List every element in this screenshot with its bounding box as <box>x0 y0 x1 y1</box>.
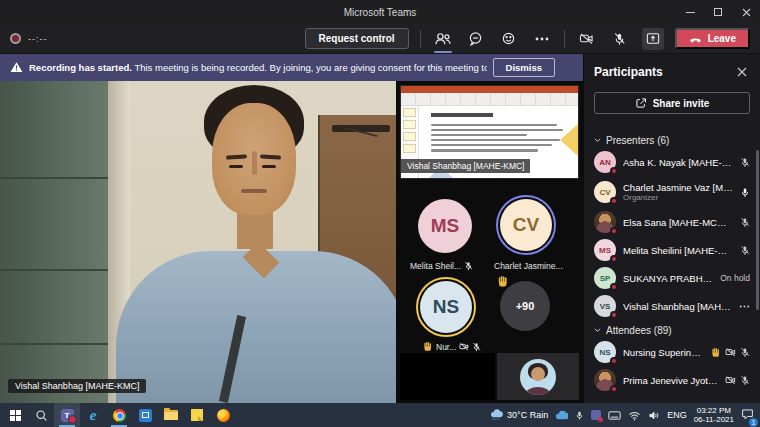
taskbar-firefox-app[interactable] <box>210 403 236 427</box>
avatar-initials: NS <box>599 348 610 357</box>
participant-row-asha[interactable]: AN Asha K. Nayak [MAHE-MCON] <box>594 148 750 176</box>
onedrive-tray-icon[interactable] <box>555 411 568 420</box>
sticky-notes-icon <box>191 409 203 421</box>
taskbar-chrome-app[interactable] <box>106 403 132 427</box>
dismiss-button[interactable]: Dismiss <box>493 58 555 77</box>
share-invite-button[interactable]: Share invite <box>594 92 750 114</box>
participant-row-charlet[interactable]: CV Charlet Jasmine Vaz [MAHE-... Organiz… <box>594 176 750 208</box>
hang-up-icon <box>689 35 702 43</box>
maximize-button[interactable] <box>704 0 732 24</box>
tile-overflow-count[interactable]: +90 <box>500 281 550 331</box>
participant-name: Asha K. Nayak [MAHE-MCON] <box>623 157 733 168</box>
presenters-section-header[interactable]: Presenters (6) <box>594 132 750 148</box>
participant-row-sukanya[interactable]: SP SUKANYA PRABHU - 2105... On hold <box>594 264 750 292</box>
avatar-initials: CV <box>513 214 539 236</box>
participant-row-prima[interactable]: Prima Jenevive Jyothi D'S... <box>594 366 750 394</box>
reactions-button[interactable] <box>498 28 520 50</box>
ppt-slide-thumb <box>403 120 416 129</box>
avatar-initials: MS <box>431 215 460 237</box>
ppt-decor-triangle <box>560 124 578 156</box>
mic-tray-icon[interactable] <box>575 410 584 421</box>
camera-off-icon <box>579 32 594 45</box>
avatar: AN <box>594 151 616 173</box>
participant-row-melita[interactable]: MS Melita Sheilini [MAHE-MCON] <box>594 236 750 264</box>
participants-button[interactable] <box>432 28 454 50</box>
rain-cloud-icon <box>489 409 503 421</box>
more-options-button[interactable] <box>531 28 553 50</box>
avatar: NS <box>594 341 616 363</box>
status-busy-dot <box>610 197 618 205</box>
status-busy-dot <box>610 167 618 175</box>
mic-off-icon <box>740 375 750 386</box>
mic-off-icon <box>740 217 750 228</box>
request-control-button[interactable]: Request control <box>305 28 409 49</box>
taskbar-stickynotes-app[interactable] <box>184 403 210 427</box>
chevron-down-icon <box>594 138 601 143</box>
avatar-initials: MS <box>599 246 611 255</box>
main-speaker-name-tag: Vishal Shanbhag [MAHE-KMC] <box>8 379 146 393</box>
weather-text: 30°C Rain <box>507 410 548 420</box>
keyboard-tray-icon[interactable] <box>608 411 621 420</box>
close-icon <box>742 8 751 17</box>
screen-share-name-tag: Vishal Shanbhag [MAHE-KMC] <box>401 159 530 173</box>
participant-name: Prima Jenevive Jyothi D'S... <box>623 375 718 386</box>
section-label: Presenters (6) <box>606 135 669 146</box>
speaker-mouth <box>241 189 267 193</box>
attendees-section-header[interactable]: Attendees (89) <box>594 322 750 338</box>
ppt-text-line <box>431 139 560 141</box>
weather-widget[interactable]: 30°C Rain <box>489 409 548 421</box>
participant-role: Organizer <box>623 193 733 203</box>
tile-label-nursing: Nur... <box>422 341 481 352</box>
more-icon[interactable] <box>739 305 750 308</box>
taskbar-teams-app[interactable]: T <box>54 403 80 427</box>
share-screen-button[interactable] <box>642 28 664 50</box>
screen-share-thumbnail[interactable]: Vishal Shanbhag [MAHE-KMC] <box>400 85 579 179</box>
camera-toggle-button[interactable] <box>576 28 598 50</box>
participant-row-vishal[interactable]: VS Vishal Shanbhag [MAHE-KMC] <box>594 292 750 320</box>
avatar-initials: CV <box>599 188 610 197</box>
avatar-initials: SP <box>600 274 611 283</box>
ppt-slide-thumb <box>403 132 416 141</box>
close-button[interactable] <box>732 0 760 24</box>
minimize-button[interactable] <box>676 0 704 24</box>
ppt-text-line <box>431 129 563 131</box>
teams-tray-icon[interactable] <box>591 410 601 420</box>
taskbar-clock[interactable]: 03:22 PM 06-11-2021 <box>694 406 734 424</box>
participants-panel: Participants Share invite Presenters (6)… <box>583 54 760 403</box>
teams-icon: T <box>61 409 74 422</box>
avatar: SP <box>594 267 616 289</box>
chat-button[interactable] <box>465 28 487 50</box>
video-tile-empty[interactable] <box>400 353 495 400</box>
taskbar-explorer-app[interactable] <box>158 403 184 427</box>
participant-name: Charlet Jasmine Vaz [MAHE-... <box>623 182 733 193</box>
tile-avatar-cv[interactable]: CV <box>500 199 552 251</box>
panel-scrollbar[interactable] <box>756 150 759 310</box>
share-screen-icon <box>646 32 660 45</box>
tile-avatar-ms[interactable]: MS <box>418 199 472 253</box>
participant-row-elsa[interactable]: Elsa Sana [MAHE-MCON] <box>594 208 750 236</box>
on-hold-status: On hold <box>720 273 750 283</box>
main-speaker-video[interactable]: Vishal Shanbhag [MAHE-KMC] <box>0 81 396 403</box>
tile-name: Charlet Jasmine... <box>494 261 563 271</box>
share-invite-icon <box>635 97 647 109</box>
wifi-tray-icon[interactable] <box>628 410 641 421</box>
cabinet-shelf <box>0 177 108 179</box>
start-button[interactable] <box>2 403 28 427</box>
close-panel-button[interactable] <box>734 64 750 80</box>
mic-toggle-button[interactable] <box>609 28 631 50</box>
mic-off-icon <box>472 342 481 352</box>
taskbar-search-button[interactable] <box>28 403 54 427</box>
taskbar-ie-app[interactable]: e <box>80 403 106 427</box>
volume-tray-icon[interactable] <box>648 410 660 421</box>
tile-name: Nur... <box>436 342 456 352</box>
language-indicator[interactable]: ENG <box>667 410 687 420</box>
tile-avatar-ns[interactable]: NS <box>420 281 472 333</box>
taskbar-movies-app[interactable] <box>132 403 158 427</box>
banner-text: Recording has started. This meeting is b… <box>29 62 487 73</box>
leave-button[interactable]: Leave <box>675 28 750 49</box>
video-tile-participant[interactable] <box>497 353 579 400</box>
cabinet-shelf <box>0 343 108 345</box>
ppt-title-bar <box>401 86 578 93</box>
action-center-button[interactable]: 1 <box>741 406 754 424</box>
participant-row-nursing[interactable]: NS Nursing Superintend... <box>594 338 750 366</box>
